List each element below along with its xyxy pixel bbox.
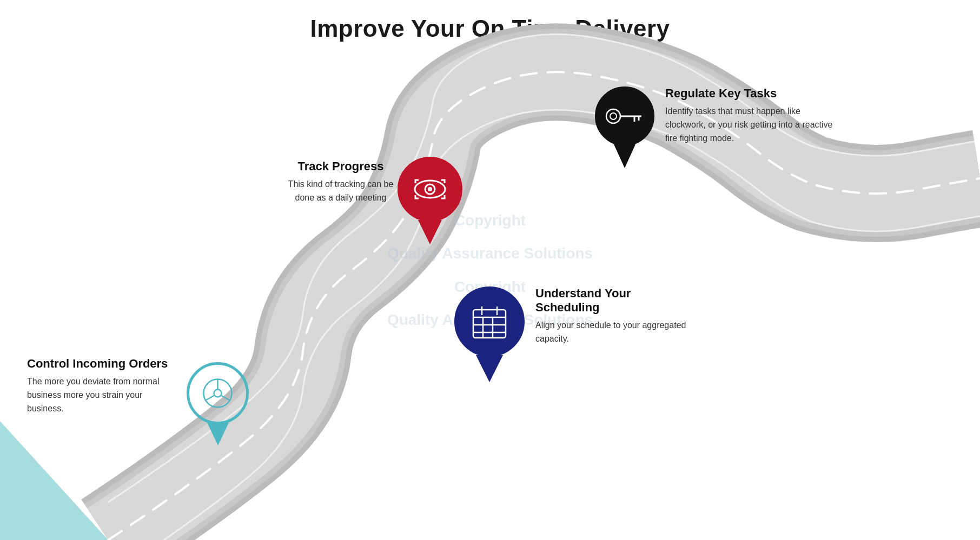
- pin-tail-red: [418, 220, 442, 244]
- teal-triangle-decoration: [0, 421, 108, 540]
- key-icon: [605, 105, 645, 127]
- svg-point-12: [214, 390, 222, 397]
- svg-point-2: [428, 187, 432, 191]
- control-orders-title: Control Incoming Orders: [27, 357, 178, 371]
- road-graphic: [0, 0, 980, 540]
- pin-circle-red: [398, 157, 462, 222]
- pin-understand-scheduling: [454, 286, 525, 382]
- text-understand-scheduling: Understand Your Scheduling Align your sc…: [535, 286, 698, 346]
- track-progress-desc: This kind of tracking can be done as a d…: [287, 178, 395, 205]
- page-title: Improve Your On Time Delivery: [0, 0, 980, 42]
- svg-line-15: [222, 396, 231, 401]
- text-control-orders: Control Incoming Orders The more you dev…: [27, 357, 178, 415]
- regulate-tasks-title: Regulate Key Tasks: [665, 86, 833, 101]
- eye-icon: [411, 176, 449, 203]
- pin-tail-teal: [207, 423, 229, 445]
- pin-circle-blue: [454, 286, 525, 357]
- understand-scheduling-title: Understand Your Scheduling: [535, 286, 698, 315]
- svg-line-14: [205, 396, 214, 401]
- pin-regulate-tasks: [595, 86, 654, 168]
- pin-tail-blue: [476, 355, 503, 382]
- pin-track-progress: [398, 157, 462, 244]
- text-track-progress: Track Progress This kind of tracking can…: [287, 159, 395, 205]
- steering-wheel-icon: [200, 376, 235, 411]
- understand-scheduling-desc: Align your schedule to your aggregated c…: [535, 319, 698, 346]
- svg-point-17: [610, 113, 617, 119]
- track-progress-title: Track Progress: [287, 159, 395, 174]
- pin-tail-black: [614, 144, 635, 168]
- regulate-tasks-desc: Identify tasks that must happen like clo…: [665, 105, 833, 145]
- svg-rect-3: [473, 310, 506, 338]
- control-orders-desc: The more you deviate from normal busines…: [27, 375, 178, 415]
- pin-circle-black: [595, 86, 654, 146]
- calendar-icon: [470, 303, 509, 340]
- pin-circle-teal: [187, 362, 249, 424]
- text-regulate-tasks: Regulate Key Tasks Identify tasks that m…: [665, 86, 833, 145]
- pin-control-orders: [187, 362, 249, 445]
- svg-point-16: [606, 109, 620, 123]
